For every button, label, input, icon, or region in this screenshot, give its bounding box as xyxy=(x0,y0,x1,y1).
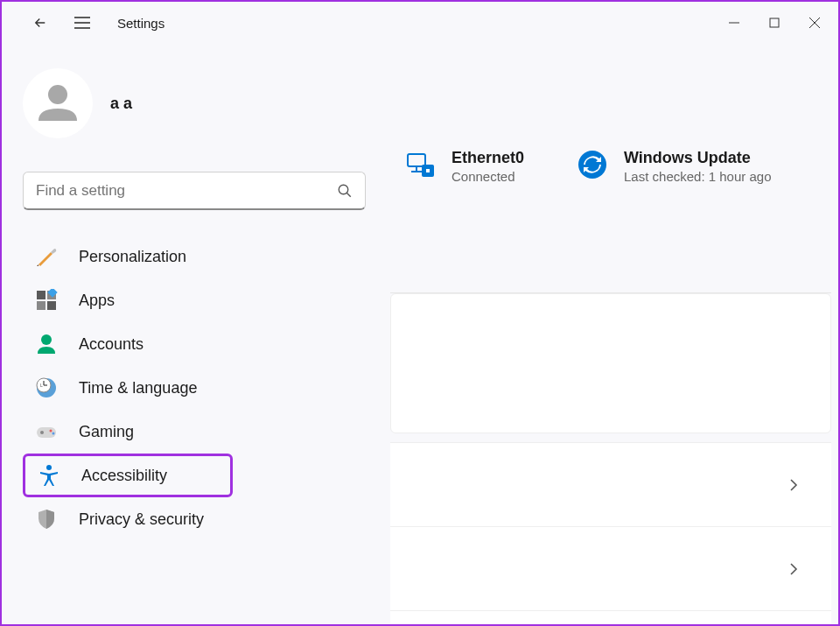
content-panels xyxy=(390,292,831,626)
close-button[interactable] xyxy=(794,6,835,39)
sidebar-item-gaming[interactable]: Gaming xyxy=(23,410,366,454)
content: a a Personalization Apps xyxy=(2,44,838,624)
windows-update-icon xyxy=(577,149,608,180)
accounts-icon xyxy=(35,333,58,355)
sidebar-item-label: Apps xyxy=(79,292,115,310)
user-section[interactable]: a a xyxy=(23,44,366,156)
sidebar-item-label: Time & language xyxy=(79,379,197,397)
svg-point-7 xyxy=(48,85,67,104)
accessibility-icon xyxy=(38,464,60,487)
app-title: Settings xyxy=(117,16,164,31)
sidebar-item-label: Personalization xyxy=(79,248,186,266)
avatar-icon xyxy=(33,79,82,128)
svg-rect-13 xyxy=(47,301,56,310)
avatar xyxy=(23,68,93,138)
svg-point-24 xyxy=(50,430,52,433)
network-title: Ethernet0 xyxy=(452,149,524,167)
user-name: a a xyxy=(110,95,132,113)
nav-list: Personalization Apps Accounts L Time & l… xyxy=(23,235,366,541)
chevron-right-icon xyxy=(786,561,802,577)
hamburger-icon xyxy=(74,17,90,29)
svg-point-15 xyxy=(41,334,52,345)
search-input[interactable] xyxy=(36,182,337,200)
personalization-icon xyxy=(35,245,58,268)
content-row[interactable] xyxy=(390,526,831,610)
svg-rect-10 xyxy=(37,291,46,299)
maximize-icon xyxy=(769,18,780,28)
close-icon xyxy=(809,18,820,28)
sidebar-item-label: Privacy & security xyxy=(79,510,204,529)
sidebar-item-privacy[interactable]: Privacy & security xyxy=(23,497,366,541)
svg-point-8 xyxy=(339,185,348,194)
main-area: Ethernet0 Connected Windows Update Last … xyxy=(387,44,838,624)
maximize-button[interactable] xyxy=(754,6,794,39)
svg-line-9 xyxy=(346,193,351,197)
sidebar-item-accessibility[interactable]: Accessibility xyxy=(23,454,233,497)
arrow-left-icon xyxy=(32,15,48,31)
content-panel-top xyxy=(390,293,831,433)
sidebar-item-label: Accounts xyxy=(79,335,144,354)
content-row[interactable] xyxy=(390,610,831,626)
svg-point-23 xyxy=(40,431,44,434)
titlebar: Settings xyxy=(2,2,838,44)
sidebar-item-time-language[interactable]: L Time & language xyxy=(23,366,366,410)
minimize-button[interactable] xyxy=(714,6,754,39)
nav-menu-button[interactable] xyxy=(65,5,100,40)
status-cards: Ethernet0 Connected Windows Update Last … xyxy=(387,44,838,184)
back-button[interactable] xyxy=(23,5,58,40)
sidebar-item-label: Accessibility xyxy=(81,467,167,485)
update-status-text: Windows Update Last checked: 1 hour ago xyxy=(624,149,771,184)
gaming-icon xyxy=(35,420,58,443)
update-subtitle: Last checked: 1 hour ago xyxy=(624,169,771,184)
svg-point-32 xyxy=(578,151,606,179)
svg-text:L: L xyxy=(40,383,43,388)
network-status-text: Ethernet0 Connected xyxy=(452,149,524,184)
svg-point-25 xyxy=(52,433,55,435)
svg-point-26 xyxy=(46,465,52,470)
svg-rect-29 xyxy=(425,168,430,173)
ethernet-icon xyxy=(404,149,436,180)
sidebar-item-apps[interactable]: Apps xyxy=(23,278,366,322)
network-status-card[interactable]: Ethernet0 Connected xyxy=(404,149,524,184)
update-status-card[interactable]: Windows Update Last checked: 1 hour ago xyxy=(577,149,771,184)
update-title: Windows Update xyxy=(624,149,771,167)
svg-rect-4 xyxy=(770,18,779,27)
svg-rect-27 xyxy=(408,154,425,166)
sidebar-item-label: Gaming xyxy=(79,423,134,441)
time-language-icon: L xyxy=(35,376,58,399)
sidebar-item-accounts[interactable]: Accounts xyxy=(23,322,366,366)
network-subtitle: Connected xyxy=(452,169,524,184)
minimize-icon xyxy=(729,18,739,28)
window-controls xyxy=(714,6,835,39)
sidebar: a a Personalization Apps xyxy=(2,44,387,624)
search-box[interactable] xyxy=(23,172,366,210)
sidebar-item-personalization[interactable]: Personalization xyxy=(23,235,366,278)
apps-icon xyxy=(35,289,58,312)
search-icon xyxy=(337,183,353,199)
chevron-right-icon xyxy=(786,477,802,493)
titlebar-left: Settings xyxy=(5,5,164,40)
user-info: a a xyxy=(110,95,132,113)
content-row[interactable] xyxy=(390,442,831,526)
privacy-icon xyxy=(35,508,58,531)
svg-rect-12 xyxy=(37,301,46,310)
